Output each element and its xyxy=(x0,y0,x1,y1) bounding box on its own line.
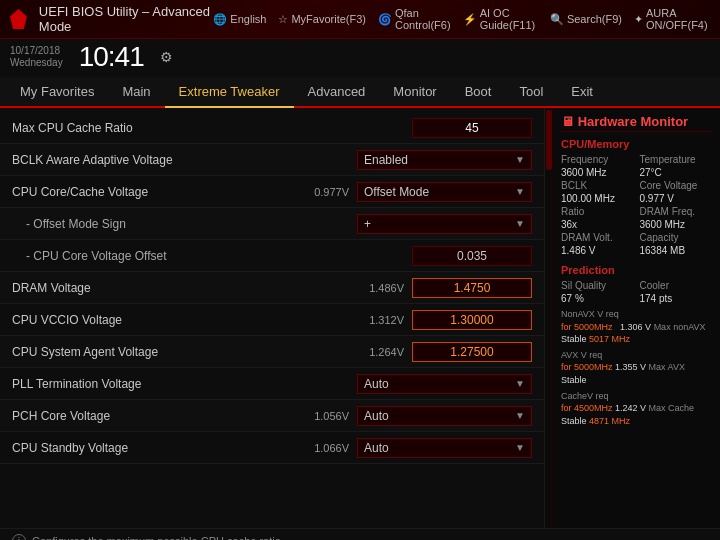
avx-detail: AVX V req for 5000MHz 1.355 V Max AVX St… xyxy=(561,349,712,387)
cooler-label: Cooler xyxy=(640,280,713,291)
nonavx-max-value: Stable xyxy=(561,334,587,344)
myfavorites-btn[interactable]: ☆ MyFavorite(F3) xyxy=(278,13,366,26)
chevron-down-icon: ▼ xyxy=(515,186,525,197)
capacity-value: 16384 MB xyxy=(640,245,713,256)
offset-mode-sign-dropdown[interactable]: + ▼ xyxy=(357,214,532,234)
aura-btn[interactable]: ✦ AURA ON/OFF(F4) xyxy=(634,7,710,31)
table-row: - Offset Mode Sign + ▼ xyxy=(0,208,544,240)
avx-max-label: Max AVX xyxy=(649,362,685,372)
ratio-label: Ratio xyxy=(561,206,634,217)
table-row: CPU Standby Voltage 1.066V Auto ▼ xyxy=(0,432,544,464)
chevron-down-icon: ▼ xyxy=(515,154,525,165)
dram-freq-label: DRAM Freq. xyxy=(640,206,713,217)
chevron-down-icon: ▼ xyxy=(515,442,525,453)
dram-volt-label: DRAM Volt. xyxy=(561,232,634,243)
app-title: UEFI BIOS Utility – Advanced Mode xyxy=(39,4,214,34)
cpu-memory-grid: Frequency Temperature 3600 MHz 27°C BCLK… xyxy=(561,154,712,256)
dram-freq-value: 3600 MHz xyxy=(640,219,713,230)
prediction-title: Prediction xyxy=(561,264,712,276)
title-actions: 🌐 English ☆ MyFavorite(F3) 🌀 Qfan Contro… xyxy=(213,7,710,31)
scrollbar-thumb[interactable] xyxy=(546,110,552,170)
date-info: 10/17/2018 Wednesday xyxy=(10,45,63,69)
cache-max-label: Max Cache xyxy=(649,403,695,413)
offset-mode-sign-label: - Offset Mode Sign xyxy=(12,217,357,231)
scrollbar[interactable] xyxy=(544,108,552,528)
avx-req-value: 1.355 V xyxy=(615,362,646,372)
nonavx-max-label2: Max nonAVX xyxy=(654,322,706,332)
cache-req-label: CacheV req xyxy=(561,391,609,401)
prediction-section: Prediction Sil Quality Cooler 67 % 174 p… xyxy=(561,264,712,427)
settings-panel: Max CPU Cache Ratio BCLK Aware Adaptive … xyxy=(0,108,544,528)
table-row: CPU Core/Cache Voltage 0.977V Offset Mod… xyxy=(0,176,544,208)
cache-max-freq: 4871 MHz xyxy=(589,416,630,426)
sil-quality-label: Sil Quality xyxy=(561,280,634,291)
chevron-down-icon: ▼ xyxy=(515,378,525,389)
prediction-quality-grid: Sil Quality Cooler 67 % 174 pts xyxy=(561,280,712,304)
frequency-label: Frequency xyxy=(561,154,634,165)
nonavx-req-value: 1.306 V xyxy=(620,322,651,332)
bclk-value: 100.00 MHz xyxy=(561,193,634,204)
cache-max-value: Stable xyxy=(561,416,587,426)
cpu-memory-title: CPU/Memory xyxy=(561,138,712,150)
cpu-vccio-voltage-input[interactable] xyxy=(412,310,532,330)
bclk-label: BCLK xyxy=(561,180,634,191)
avx-req-label: AVX V req xyxy=(561,350,602,360)
search-btn[interactable]: 🔍 Search(F9) xyxy=(550,13,622,26)
nonavx-freq: for 5000MHz xyxy=(561,322,613,332)
cache-freq: for 4500MHz xyxy=(561,403,613,413)
nonavx-max-freq: 5017 MHz xyxy=(589,334,630,344)
title-left: UEFI BIOS Utility – Advanced Mode xyxy=(10,4,213,34)
temperature-label: Temperature xyxy=(640,154,713,165)
pll-termination-label: PLL Termination Voltage xyxy=(12,377,357,391)
settings-gear-icon[interactable]: ⚙ xyxy=(160,49,173,65)
avx-max-value: Stable xyxy=(561,375,587,385)
table-row: CPU VCCIO Voltage 1.312V xyxy=(0,304,544,336)
cpu-core-cache-voltage-current: 0.977V xyxy=(304,186,349,198)
table-row: DRAM Voltage 1.486V xyxy=(0,272,544,304)
nav-extreme-tweaker[interactable]: Extreme Tweaker xyxy=(165,77,294,108)
frequency-value: 3600 MHz xyxy=(561,167,634,178)
cpu-memory-section: CPU/Memory Frequency Temperature 3600 MH… xyxy=(561,138,712,256)
cpu-vccio-voltage-current: 1.312V xyxy=(359,314,404,326)
nav-my-favorites[interactable]: My Favorites xyxy=(6,77,108,106)
cpu-system-agent-input[interactable] xyxy=(412,342,532,362)
cpu-core-cache-voltage-dropdown[interactable]: Offset Mode ▼ xyxy=(357,182,532,202)
cpu-system-agent-label: CPU System Agent Voltage xyxy=(12,345,359,359)
cpu-standby-voltage-current: 1.066V xyxy=(304,442,349,454)
cpu-standby-voltage-dropdown[interactable]: Auto ▼ xyxy=(357,438,532,458)
max-cpu-cache-ratio-label: Max CPU Cache Ratio xyxy=(12,121,412,135)
dram-voltage-label: DRAM Voltage xyxy=(12,281,359,295)
nav-monitor[interactable]: Monitor xyxy=(379,77,450,106)
cpu-core-cache-voltage-label: CPU Core/Cache Voltage xyxy=(12,185,304,199)
table-row: - CPU Core Voltage Offset xyxy=(0,240,544,272)
nav-main[interactable]: Main xyxy=(108,77,164,106)
cache-req-value: 1.242 V xyxy=(615,403,646,413)
nav-exit[interactable]: Exit xyxy=(557,77,607,106)
language-selector[interactable]: 🌐 English xyxy=(213,13,266,26)
pll-termination-dropdown[interactable]: Auto ▼ xyxy=(357,374,532,394)
capacity-label: Capacity xyxy=(640,232,713,243)
day-display: Wednesday xyxy=(10,57,63,69)
cpu-core-voltage-offset-input[interactable] xyxy=(412,246,532,266)
title-bar: UEFI BIOS Utility – Advanced Mode 🌐 Engl… xyxy=(0,0,720,39)
nav-tool[interactable]: Tool xyxy=(505,77,557,106)
nav-advanced[interactable]: Advanced xyxy=(294,77,380,106)
sil-quality-value: 67 % xyxy=(561,293,634,304)
datetime-bar: 10/17/2018 Wednesday 10:41 ⚙ xyxy=(0,39,720,77)
nav-boot[interactable]: Boot xyxy=(451,77,506,106)
dram-voltage-input[interactable] xyxy=(412,278,532,298)
table-row: CPU System Agent Voltage 1.264V xyxy=(0,336,544,368)
chevron-down-icon: ▼ xyxy=(515,218,525,229)
nonavx-req-label: NonAVX V req xyxy=(561,309,619,319)
ratio-value: 36x xyxy=(561,219,634,230)
aioc-btn[interactable]: ⚡ AI OC Guide(F11) xyxy=(463,7,538,31)
bclk-aware-label: BCLK Aware Adaptive Voltage xyxy=(12,153,357,167)
pch-core-voltage-dropdown[interactable]: Auto ▼ xyxy=(357,406,532,426)
qfan-btn[interactable]: 🌀 Qfan Control(F6) xyxy=(378,7,451,31)
table-row: PCH Core Voltage 1.056V Auto ▼ xyxy=(0,400,544,432)
bclk-aware-dropdown[interactable]: Enabled ▼ xyxy=(357,150,532,170)
table-row: BCLK Aware Adaptive Voltage Enabled ▼ xyxy=(0,144,544,176)
info-icon: i xyxy=(12,534,26,540)
prediction-details: NonAVX V req for 5000MHz 1.306 V Max non… xyxy=(561,308,712,427)
max-cpu-cache-ratio-input[interactable] xyxy=(412,118,532,138)
